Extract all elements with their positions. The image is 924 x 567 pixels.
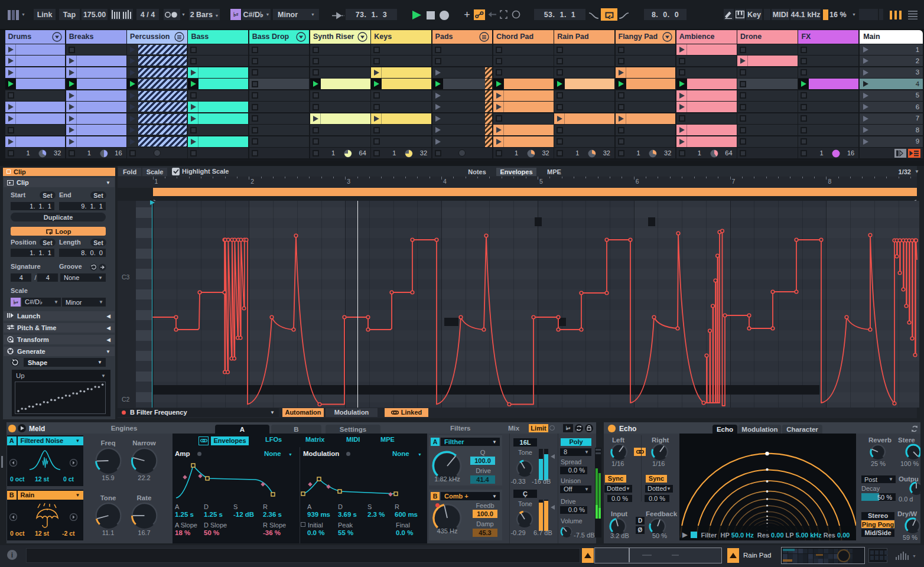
svg-text:i: i: [11, 551, 13, 559]
